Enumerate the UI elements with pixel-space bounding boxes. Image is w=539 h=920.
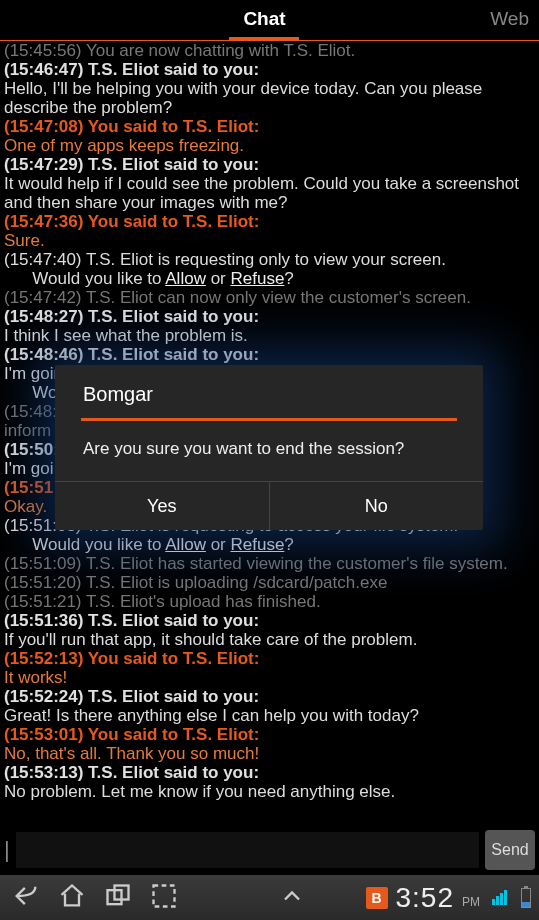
chevron-up-icon[interactable] xyxy=(278,882,306,914)
screenshot-icon[interactable] xyxy=(150,882,178,914)
chat-line: Would you like to Allow or Refuse? xyxy=(4,269,535,288)
chat-line: (15:51:09) T.S. Eliot has started viewin… xyxy=(4,554,535,573)
chat-line: Sure. xyxy=(4,231,535,250)
back-icon[interactable] xyxy=(12,882,40,914)
svg-rect-2 xyxy=(154,885,175,906)
dialog-no-button[interactable]: No xyxy=(270,482,484,530)
clock-ampm: PM xyxy=(462,895,480,909)
chat-line: (15:45:56) You are now chatting with T.S… xyxy=(4,41,535,60)
chat-line: Hello, I'll be helping you with your dev… xyxy=(4,79,535,117)
dialog-title: Bomgar xyxy=(55,383,483,418)
chat-line: (15:53:13) T.S. Eliot said to you: xyxy=(4,763,535,782)
tab-web[interactable]: Web xyxy=(353,0,539,40)
chat-line: (15:53:01) You said to T.S. Eliot: xyxy=(4,725,535,744)
message-input[interactable] xyxy=(16,832,479,868)
recent-apps-icon[interactable] xyxy=(104,882,132,914)
chat-line: (15:48:46) T.S. Eliot said to you: xyxy=(4,345,535,364)
tab-blank-left xyxy=(0,0,176,40)
chat-line: If you'll run that app, it should take c… xyxy=(4,630,535,649)
chat-line: (15:47:42) T.S. Eliot can now only view … xyxy=(4,288,535,307)
chat-line: (15:47:40) T.S. Eliot is requesting only… xyxy=(4,250,535,269)
chat-line: (15:47:29) T.S. Eliot said to you: xyxy=(4,155,535,174)
pipe-cursor: | xyxy=(4,837,10,863)
send-button[interactable]: Send xyxy=(485,830,535,870)
chat-line: (15:48:27) T.S. Eliot said to you: xyxy=(4,307,535,326)
dialog-yes-button[interactable]: Yes xyxy=(55,482,270,530)
chat-line: I think I see what the problem is. xyxy=(4,326,535,345)
chat-line: No, that's all. Thank you so much! xyxy=(4,744,535,763)
chat-line: (15:52:24) T.S. Eliot said to you: xyxy=(4,687,535,706)
chat-line: Would you like to Allow or Refuse? xyxy=(4,535,535,554)
end-session-dialog: Bomgar Are you sure you want to end the … xyxy=(55,365,483,530)
input-row: | Send xyxy=(0,825,539,875)
tab-chat[interactable]: Chat xyxy=(176,0,352,40)
chat-line: (15:51:20) T.S. Eliot is uploading /sdca… xyxy=(4,573,535,592)
bomgar-badge[interactable]: B xyxy=(366,887,388,909)
chat-line: (15:47:08) You said to T.S. Eliot: xyxy=(4,117,535,136)
signal-icon xyxy=(492,890,507,905)
chat-line: (15:47:36) You said to T.S. Eliot: xyxy=(4,212,535,231)
chat-line: It works! xyxy=(4,668,535,687)
chat-line: (15:51:21) T.S. Eliot's upload has finis… xyxy=(4,592,535,611)
dialog-message: Are you sure you want to end the session… xyxy=(55,421,483,481)
clock-time: 3:52 xyxy=(396,882,455,914)
chat-line: It would help if I could see the problem… xyxy=(4,174,535,212)
chat-line: Great! Is there anything else I can help… xyxy=(4,706,535,725)
battery-icon xyxy=(521,888,531,908)
system-nav-bar: B 3:52 PM xyxy=(0,875,539,920)
home-icon[interactable] xyxy=(58,882,86,914)
chat-line: (15:46:47) T.S. Eliot said to you: xyxy=(4,60,535,79)
chat-line: No problem. Let me know if you need anyt… xyxy=(4,782,535,801)
chat-line: One of my apps keeps freezing. xyxy=(4,136,535,155)
tab-bar: Chat Web xyxy=(0,0,539,40)
chat-line: (15:52:13) You said to T.S. Eliot: xyxy=(4,649,535,668)
chat-line: (15:51:36) T.S. Eliot said to you: xyxy=(4,611,535,630)
